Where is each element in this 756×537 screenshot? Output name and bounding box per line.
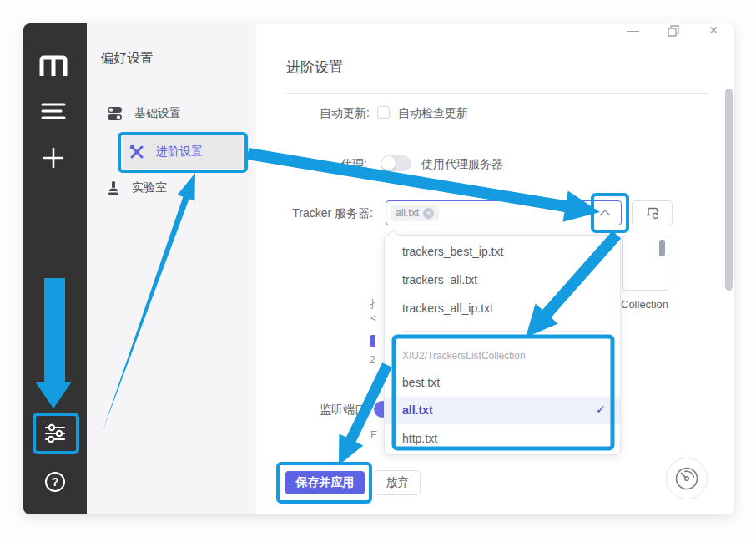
tools-icon — [129, 144, 144, 160]
nav-item-label: 进阶设置 — [156, 144, 203, 160]
nav-item-lab[interactable]: 实验室 — [107, 174, 240, 202]
motrix-logo-icon — [39, 55, 68, 77]
tracker-selected-tag: all.txt × — [391, 205, 439, 221]
nav-item-label: 实验室 — [132, 180, 167, 195]
proxy-toggle[interactable] — [381, 155, 411, 171]
page-title: 进阶设置 — [286, 58, 343, 77]
close-button[interactable]: ✕ — [705, 23, 722, 38]
dropdown-group-divider — [403, 331, 607, 332]
maximize-icon — [668, 25, 679, 37]
menu-icon — [41, 102, 66, 120]
dropdown-option[interactable]: best.txt — [402, 376, 440, 389]
close-icon: ✕ — [708, 23, 718, 37]
question-icon: ? — [52, 475, 59, 489]
hidden-text-fragment: 扌 — [370, 297, 380, 312]
proxy-toggle-label: 使用代理服务器 — [421, 157, 503, 172]
maximize-button[interactable] — [668, 25, 679, 37]
hidden-text-fragment: E — [370, 429, 377, 441]
sync-trackers-button[interactable] — [632, 200, 673, 225]
help-button[interactable]: ? — [45, 472, 65, 492]
hidden-checkbox-fragment — [370, 335, 375, 347]
tracker-server-label: Tracker 服务器: — [275, 206, 373, 221]
dropdown-option[interactable]: http.txt — [402, 432, 437, 445]
motrix-logo — [39, 55, 68, 77]
minimize-button[interactable]: — — [624, 23, 643, 38]
tag-remove-icon[interactable]: × — [423, 208, 434, 219]
dropdown-group-label: XIU2/TrackersListCollection — [402, 350, 526, 362]
auto-update-label: 自动更新: — [278, 106, 370, 121]
tag-label: all.txt — [396, 207, 419, 219]
sliders-icon — [43, 422, 67, 445]
window-scrollbar[interactable] — [725, 89, 733, 291]
lab-stamp-icon — [107, 180, 120, 195]
plus-icon — [42, 146, 65, 170]
select-chevron-button[interactable] — [599, 209, 611, 216]
task-list-button[interactable] — [41, 102, 66, 120]
preferences-nav-panel — [87, 23, 256, 514]
textarea-scrollbar[interactable] — [659, 240, 665, 256]
auto-check-update-checkbox-label[interactable]: 自动检查更新 — [398, 106, 468, 121]
dropdown-option-selected[interactable]: all.txt — [402, 403, 433, 417]
dropdown-option[interactable]: trackers_all_ip.txt — [402, 301, 493, 315]
nav-item-advanced-settings[interactable]: 进阶设置 — [123, 135, 243, 169]
title-divider — [286, 93, 709, 94]
nav-item-basic-settings[interactable]: 基础设置 — [107, 99, 240, 128]
listen-port-label: 监听端口 — [320, 403, 366, 418]
save-and-apply-button[interactable]: 保存并应用 — [285, 471, 365, 494]
speed-limit-button[interactable] — [666, 458, 708, 499]
preferences-button[interactable] — [43, 422, 67, 445]
proxy-label: 代理: — [278, 157, 367, 172]
sync-icon — [645, 206, 660, 220]
auto-check-update-checkbox[interactable] — [377, 106, 390, 119]
preferences-title: 偏好设置 — [100, 50, 154, 68]
check-icon: ✓ — [596, 403, 606, 416]
tracker-hint-fragment: Collection — [621, 298, 668, 311]
speedometer-icon — [674, 466, 699, 491]
nav-item-label: 基础设置 — [134, 106, 181, 121]
dropdown-option[interactable]: trackers_best_ip.txt — [402, 245, 503, 258]
add-task-button[interactable] — [42, 146, 65, 170]
hidden-text-fragment: < — [370, 312, 376, 324]
toggle-knob — [381, 156, 396, 170]
chevron-up-icon — [599, 209, 611, 216]
discard-button[interactable]: 放弃 — [375, 470, 421, 495]
minimize-icon: — — [627, 23, 639, 37]
toggles-icon — [107, 106, 123, 121]
hidden-text-fragment: 2 — [370, 354, 375, 366]
dropdown-option[interactable]: trackers_all.txt — [402, 273, 477, 286]
